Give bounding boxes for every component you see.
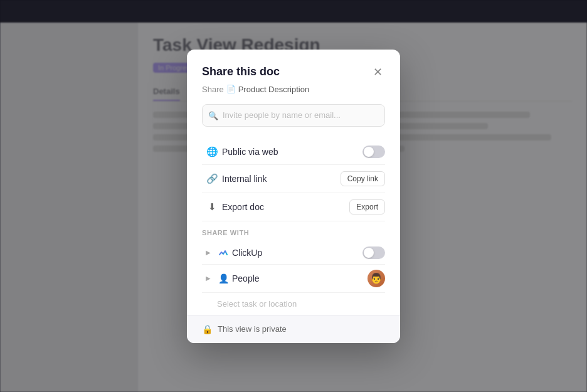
doc-icon: 📄 — [226, 85, 236, 93]
people-label: People — [232, 273, 368, 283]
public-web-toggle-switch[interactable] — [362, 146, 385, 158]
select-task-row[interactable]: Select task or location — [202, 293, 385, 315]
export-icon: ⬇ — [202, 201, 222, 213]
toggle-knob — [364, 248, 374, 258]
modal-subtitle: Share 📄 Product Description — [202, 85, 385, 94]
export-doc-item: ⬇ Export doc Export — [202, 193, 385, 221]
export-doc-label: Export doc — [222, 202, 349, 212]
subtitle-prefix: Share — [202, 85, 224, 94]
footer-text: This view is private — [218, 324, 287, 334]
search-input[interactable] — [202, 104, 385, 127]
search-icon: 🔍 — [208, 110, 218, 120]
clickup-label: ClickUp — [232, 248, 362, 258]
doc-name: Product Description — [238, 85, 309, 94]
share-modal: Share this doc ✕ Share 📄 Product Descrip… — [187, 50, 400, 343]
modal-footer: 🔒 This view is private — [187, 315, 400, 343]
clickup-logo-icon — [218, 248, 228, 258]
select-task-label: Select task or location — [217, 299, 297, 309]
link-icon: 🔗 — [202, 173, 222, 184]
internal-link-label: Internal link — [222, 174, 341, 184]
copy-link-action: Copy link — [341, 171, 385, 186]
public-via-web-item: 🌐 Public via web — [202, 139, 385, 165]
globe-icon: 🌐 — [202, 146, 222, 157]
modal-title: Share this doc — [202, 65, 280, 78]
modal-header: Share this doc ✕ — [202, 65, 385, 80]
export-action: Export — [349, 199, 385, 215]
close-button[interactable]: ✕ — [370, 65, 385, 80]
user-avatar: 👨 — [368, 270, 385, 287]
public-web-toggle[interactable] — [362, 146, 385, 158]
share-with-label: SHARE WITH — [202, 221, 385, 241]
person-icon: 👤 — [214, 273, 232, 283]
toggle-knob — [364, 147, 374, 157]
clickup-toggle-switch[interactable] — [362, 246, 385, 259]
export-button[interactable]: Export — [349, 199, 385, 215]
internal-link-item: 🔗 Internal link Copy link — [202, 165, 385, 193]
people-share-item: ▶ 👤 People 👨 — [202, 265, 385, 293]
clickup-icon — [214, 248, 232, 258]
modal-body: Share this doc ✕ Share 📄 Product Descrip… — [187, 50, 400, 315]
clickup-expand-arrow[interactable]: ▶ — [202, 246, 214, 259]
clickup-share-item: ▶ ClickUp — [202, 241, 385, 265]
clickup-toggle[interactable] — [362, 246, 385, 259]
public-via-web-label: Public via web — [222, 147, 362, 157]
lock-icon: 🔒 — [202, 324, 213, 334]
copy-link-button[interactable]: Copy link — [341, 171, 385, 186]
search-row: 🔍 — [202, 104, 385, 127]
people-avatar: 👨 — [368, 270, 385, 287]
people-expand-arrow[interactable]: ▶ — [202, 272, 214, 285]
